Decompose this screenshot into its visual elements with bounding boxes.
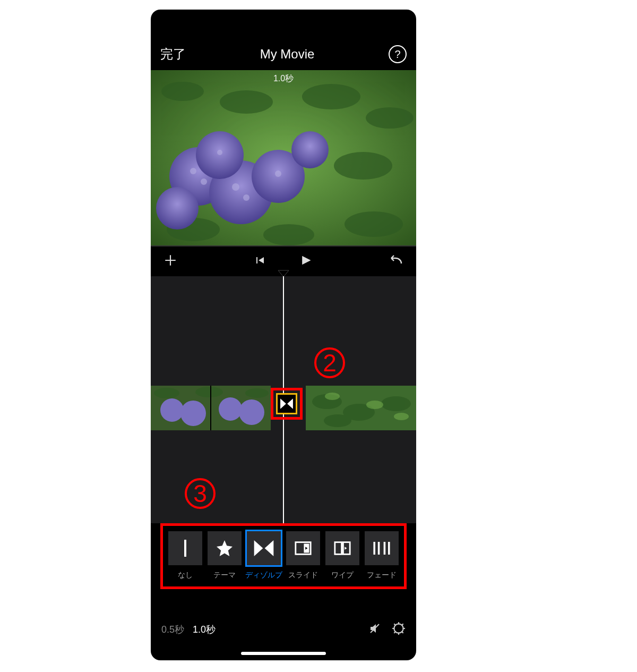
svg-point-23	[180, 401, 206, 426]
preview-duration-label: 1.0秒	[273, 73, 294, 84]
svg-line-54	[401, 631, 403, 633]
transition-panel: なし テーマ ディゾルブ スライド ワイプ	[151, 523, 416, 615]
dissolve-icon	[280, 398, 294, 410]
undo-button[interactable]	[389, 254, 403, 269]
svg-point-7	[263, 224, 314, 245]
clip-2[interactable]	[306, 386, 416, 430]
done-button[interactable]: 完了	[160, 46, 186, 63]
svg-rect-41	[335, 542, 342, 555]
duration-0-5[interactable]: 0.5秒	[161, 623, 184, 636]
svg-point-27	[195, 387, 223, 397]
svg-point-35	[325, 393, 340, 400]
add-media-button[interactable]	[163, 253, 177, 269]
transition-none[interactable]: なし	[167, 531, 203, 580]
settings-button[interactable]	[392, 622, 406, 637]
transition-options-highlight: なし テーマ ディゾルブ スライド ワイプ	[160, 523, 407, 589]
nav-bar: 完了 My Movie ?	[151, 41, 416, 67]
bottom-bar: 0.5秒 1.0秒	[151, 615, 416, 644]
slide-icon	[294, 539, 312, 557]
svg-rect-43	[373, 542, 375, 555]
svg-point-22	[160, 398, 184, 422]
status-bar	[151, 10, 416, 41]
transition-dissolve-label: ディゾルブ	[245, 571, 282, 580]
svg-point-24	[219, 397, 242, 421]
svg-line-55	[394, 631, 395, 633]
svg-point-8	[334, 152, 392, 180]
wipe-icon	[333, 539, 351, 557]
play-button[interactable]	[298, 253, 313, 270]
clip-1[interactable]	[151, 386, 271, 430]
svg-point-28	[245, 388, 269, 398]
annotation-3: 3	[185, 478, 216, 509]
help-button[interactable]: ?	[389, 45, 407, 63]
dissolve-icon	[253, 539, 274, 557]
play-icon	[298, 253, 313, 268]
svg-point-1	[161, 82, 204, 101]
undo-icon	[389, 254, 403, 267]
fade-icon	[372, 539, 391, 557]
home-indicator[interactable]	[241, 652, 326, 655]
skip-previous-icon	[253, 254, 266, 267]
plus-icon	[163, 253, 177, 267]
svg-point-37	[394, 413, 409, 420]
svg-point-16	[201, 178, 207, 185]
gear-icon	[392, 622, 406, 635]
svg-point-4	[366, 107, 414, 129]
preview-viewport[interactable]: 1.0秒	[151, 70, 416, 245]
annotation-2: 2	[314, 347, 345, 378]
svg-point-12	[156, 187, 199, 229]
svg-point-25	[239, 399, 264, 425]
svg-point-17	[232, 183, 239, 191]
svg-point-6	[345, 211, 403, 237]
svg-point-18	[243, 194, 249, 201]
transition-marker[interactable]	[271, 388, 303, 420]
svg-point-14	[291, 131, 329, 168]
project-title: My Movie	[260, 47, 315, 62]
svg-point-36	[366, 401, 383, 409]
preview-image	[151, 70, 416, 245]
svg-line-53	[394, 624, 395, 625]
transition-slide[interactable]: スライド	[285, 531, 321, 580]
transition-theme[interactable]: テーマ	[206, 531, 243, 580]
transition-fade-label: フェード	[367, 571, 397, 580]
duration-options: 0.5秒 1.0秒	[161, 623, 216, 636]
svg-point-15	[190, 168, 196, 174]
transition-dissolve[interactable]: ディゾルブ	[246, 531, 282, 580]
transition-none-label: なし	[178, 571, 193, 580]
svg-point-2	[220, 90, 273, 114]
duration-1-0[interactable]: 1.0秒	[193, 623, 216, 636]
skip-start-button[interactable]	[253, 254, 266, 269]
svg-rect-38	[184, 540, 186, 557]
svg-point-33	[381, 396, 411, 411]
mute-button[interactable]	[368, 622, 381, 637]
svg-point-3	[302, 84, 360, 109]
svg-rect-46	[388, 542, 390, 555]
timeline[interactable]: 2 3	[151, 276, 416, 523]
svg-point-34	[324, 414, 351, 427]
svg-rect-44	[378, 542, 380, 555]
transition-wipe-label: ワイプ	[331, 571, 354, 580]
transition-theme-label: テーマ	[213, 571, 236, 580]
svg-line-56	[401, 624, 403, 625]
none-icon	[177, 539, 193, 558]
star-icon	[215, 539, 234, 558]
svg-point-20	[275, 171, 281, 177]
svg-rect-45	[384, 542, 386, 555]
transition-wipe[interactable]: ワイプ	[324, 531, 360, 580]
svg-point-26	[154, 388, 179, 398]
mute-icon	[368, 622, 381, 635]
transition-fade[interactable]: フェード	[364, 531, 400, 580]
svg-point-19	[217, 150, 222, 155]
transition-slide-label: スライド	[288, 571, 318, 580]
